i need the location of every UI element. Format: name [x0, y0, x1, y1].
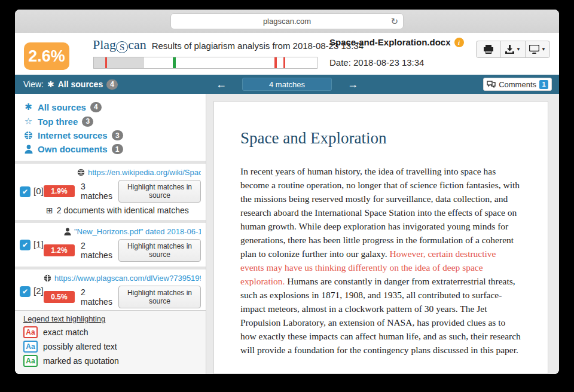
view-name: All sources: [58, 79, 103, 89]
match-tick: [105, 57, 107, 68]
exact-match-swatch: Aa: [23, 326, 38, 338]
source-checkbox[interactable]: ✔: [20, 186, 30, 197]
comments-count-badge: 1: [539, 80, 548, 89]
expand-plus-icon[interactable]: ⊞: [46, 206, 53, 215]
filter-own-documents[interactable]: Own documents 1: [23, 142, 206, 156]
filter-count-badge: 1: [112, 144, 123, 154]
legend-exact-match: Aa exact match: [23, 326, 197, 338]
document-date: Date: 2018-08-23 13:34: [329, 57, 464, 68]
match-percent-badge: 1.2%: [44, 244, 75, 256]
match-tick: [173, 57, 176, 68]
identical-matches-row[interactable]: ⊞ 2 documents with identical matches: [46, 206, 201, 215]
globe-icon: [23, 131, 33, 140]
monitor-icon: [529, 45, 539, 54]
source-link[interactable]: https://en.wikipedia.org/wiki/Space_expl…: [88, 168, 201, 177]
view-mode-button[interactable]: ▼: [525, 41, 550, 58]
comments-button[interactable]: Comments 1: [483, 78, 552, 91]
identical-matches-label: 2 documents with identical matches: [57, 206, 189, 215]
caret-down-icon: ▼: [541, 47, 546, 52]
filter-all-sources[interactable]: ✱ All sources 4: [23, 100, 206, 114]
document-paragraph-1: In recent years of human history, the id…: [240, 164, 521, 357]
download-icon: [505, 45, 514, 54]
asterisk-icon: ✱: [23, 102, 33, 112]
filter-label: All sources: [38, 102, 86, 112]
filter-count-badge: 3: [112, 130, 123, 140]
match-tick: [283, 57, 285, 68]
plagscan-logo: PlagScan: [93, 37, 146, 53]
globe-icon: [44, 274, 51, 282]
browser-chrome: plagscan.com ↻: [15, 10, 559, 33]
view-toolbar: View: ✱ All sources 4 ← 4 matches → Comm…: [15, 75, 559, 94]
highlight-matches-button[interactable]: Highlight matches in source: [118, 286, 201, 308]
source-link[interactable]: "New_Horizons.pdf" dated 2018-06-15: [74, 227, 201, 236]
altered-text-swatch: Aa: [23, 341, 38, 353]
document-match-bar: [93, 57, 317, 69]
url-bar[interactable]: plagscan.com ↻: [170, 13, 404, 29]
filter-label: Own documents: [38, 144, 108, 154]
progress-gray: [94, 57, 144, 68]
content-area: ✱ All sources 4 ☆ Top three 3 Internet s…: [15, 94, 559, 374]
match-percent-badge: 1.9%: [44, 185, 75, 197]
source-index: [2]: [33, 286, 44, 296]
filter-label: Internet sources: [38, 130, 108, 140]
filter-internet-sources[interactable]: Internet sources 3: [23, 128, 206, 142]
match-navigation: ← 4 matches →: [216, 78, 358, 91]
filter-label: Top three: [38, 117, 78, 127]
match-percent-badge: 0.5%: [44, 291, 75, 303]
source-checkbox[interactable]: ✔: [20, 286, 30, 297]
quotation-swatch: Aa: [23, 355, 38, 367]
legend-possibly-altered: Aa possibly altered text: [23, 341, 197, 353]
logo-s-circle-icon: S: [116, 41, 128, 53]
caret-down-icon: ▼: [516, 47, 521, 52]
comments-label: Comments: [499, 80, 536, 89]
filter-top-three[interactable]: ☆ Top three 3: [23, 114, 206, 128]
match-count: 2 matches: [81, 241, 112, 260]
view-label: View:: [23, 79, 44, 89]
filter-count-badge: 3: [82, 117, 93, 127]
globe-icon: [77, 169, 85, 176]
legend-title: Legend text highlighting: [23, 314, 197, 323]
browser-window: plagscan.com ↻ 2.6% PlagScan Results of …: [15, 10, 559, 374]
url-text: plagscan.com: [171, 17, 403, 26]
match-tick: [274, 57, 277, 68]
comments-icon: [487, 81, 496, 88]
document-paragraph-2: While impacts of severe damage and threa…: [240, 370, 521, 374]
screenshot-stage: plagscan.com ↻ 2.6% PlagScan Results of …: [0, 0, 574, 392]
highlight-legend: Legend text highlighting Aa exact match …: [15, 310, 206, 374]
view-count-badge: 4: [106, 79, 118, 90]
source-index: [1]: [33, 239, 44, 249]
source-item-1: ✔ [1] "New_Horizons.pdf" dated 2018-06-1…: [15, 223, 206, 267]
logo-row: PlagScan Results of plagiarism analysis …: [93, 37, 364, 53]
user-icon: [64, 228, 71, 235]
sources-sidebar: ✱ All sources 4 ☆ Top three 3 Internet s…: [15, 94, 206, 374]
legend-quotation: Aa marked as quotation: [23, 355, 197, 367]
highlight-matches-button[interactable]: Highlight matches in source: [118, 239, 201, 262]
report-header: 2.6% PlagScan Results of plagiarism anal…: [15, 33, 559, 75]
header-button-group: ▼ ▼: [477, 41, 550, 58]
document-viewer[interactable]: Space and Exploration In recent years of…: [206, 94, 559, 374]
source-item-2: ✔ [2] https://www.plagscan.com/dlView?73…: [15, 270, 206, 313]
document-page: Space and Exploration In recent years of…: [213, 101, 548, 374]
match-count: 2 matches: [81, 287, 112, 307]
reload-icon[interactable]: ↻: [390, 16, 398, 27]
next-match-arrow[interactable]: →: [347, 79, 358, 90]
source-filters: ✱ All sources 4 ☆ Top three 3 Internet s…: [15, 94, 206, 161]
document-meta: Space-and-Exploration.docx i Date: 2018-…: [329, 37, 464, 68]
matches-count-button[interactable]: 4 matches: [242, 78, 332, 91]
plagiarism-score-badge: 2.6%: [24, 42, 69, 70]
view-selector[interactable]: View: ✱ All sources 4: [23, 79, 118, 90]
info-icon[interactable]: i: [454, 38, 464, 47]
previous-match-arrow[interactable]: ←: [216, 79, 227, 90]
asterisk-icon: ✱: [47, 79, 54, 89]
highlight-matches-button[interactable]: Highlight matches in source: [118, 180, 201, 203]
star-icon: ☆: [23, 116, 33, 127]
printer-icon: [483, 45, 494, 54]
source-index: [0]: [33, 186, 44, 196]
source-link[interactable]: https://www.plagscan.com/dlView?7395199: [54, 274, 201, 283]
source-checkbox[interactable]: ✔: [20, 240, 30, 250]
filter-count-badge: 4: [90, 102, 102, 112]
print-button[interactable]: [476, 41, 501, 58]
document-title: Space and Exploration: [240, 129, 521, 148]
match-count: 3 matches: [81, 182, 112, 201]
download-button[interactable]: ▼: [500, 41, 526, 58]
